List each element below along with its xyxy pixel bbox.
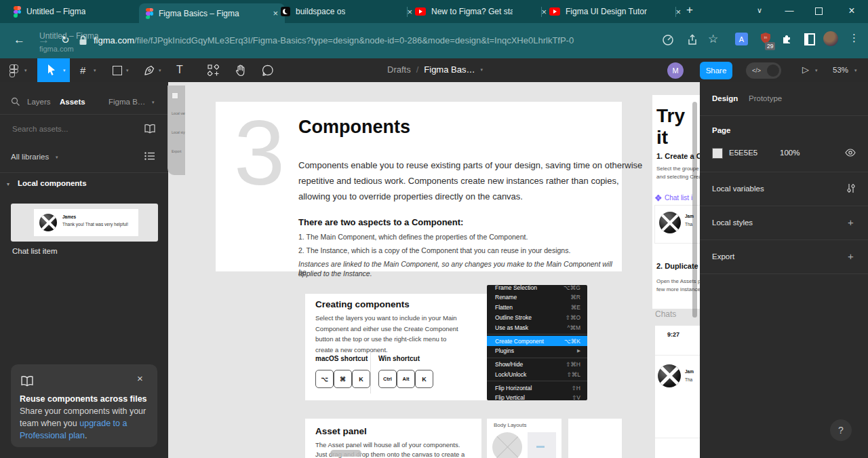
browser-tab-buildspace[interactable]: buildspace os × <box>274 0 419 23</box>
help-button[interactable]: ? <box>830 419 852 441</box>
share-icon[interactable] <box>686 34 698 46</box>
share-button[interactable]: Share <box>700 62 732 79</box>
menu-item-label: Lock/Unlock <box>495 371 526 378</box>
menu-item[interactable]: Outline Stroke⇧⌘O <box>487 313 587 323</box>
user-avatar[interactable]: M <box>667 62 684 79</box>
file-menu-chevron-icon[interactable]: ▾ <box>480 67 483 73</box>
tab-search-chevron-icon[interactable]: ∨ <box>746 6 773 15</box>
library-book-icon[interactable] <box>144 123 156 134</box>
frame-tool-icon[interactable]: # <box>80 64 85 76</box>
variables-sliders-icon[interactable] <box>846 183 856 193</box>
sidebar-extension-icon[interactable] <box>804 33 815 45</box>
creating-components-title: Creating components <box>315 299 410 309</box>
main-menu-chevron-icon[interactable]: ▾ <box>24 68 27 73</box>
pen-tool-chevron-icon[interactable]: ▾ <box>159 68 161 73</box>
search-icon[interactable] <box>11 97 20 107</box>
section-collapse-icon[interactable]: ▾ <box>7 181 9 187</box>
add-export-plus-icon[interactable]: + <box>848 250 854 262</box>
bookmark-star-icon[interactable]: ☆ <box>708 32 718 46</box>
browser-profile-avatar[interactable] <box>823 31 838 46</box>
browser-tab-ui-tutorial[interactable]: Figma UI Design Tutoria × <box>542 0 688 23</box>
tab-layers[interactable]: Layers <box>27 98 51 106</box>
close-icon[interactable]: × <box>137 373 143 384</box>
gauge-icon[interactable] <box>662 34 674 46</box>
page-selector[interactable]: Figma B… <box>108 98 145 106</box>
menu-item[interactable]: Flatten⌘E <box>487 303 587 313</box>
menu-item[interactable]: Rename⌘R <box>487 292 587 303</box>
tab-close-icon[interactable]: × <box>675 7 681 17</box>
present-play-icon[interactable]: ▷ <box>802 64 809 75</box>
text-tool-icon[interactable]: T <box>176 64 183 76</box>
menu-item[interactable]: Use as Mask^⌘M <box>487 322 587 332</box>
window-minimize-button[interactable]: — <box>776 5 803 16</box>
menu-item-label: Flip Horizontal <box>495 385 532 392</box>
page-color-opacity[interactable]: 100% <box>780 149 800 157</box>
canvas-card-body-layouts[interactable]: Body Layouts <box>487 419 561 458</box>
menu-item-shortcut: ⌥⌘K <box>564 338 580 345</box>
page-color-swatch[interactable] <box>712 148 723 159</box>
tab-design[interactable]: Design <box>712 94 738 102</box>
export-label[interactable]: Export <box>712 252 734 261</box>
actions-tool-icon[interactable] <box>208 64 219 76</box>
libraries-chevron-icon[interactable]: ▾ <box>56 155 58 160</box>
zoom-chevron-icon[interactable]: ▾ <box>854 68 857 73</box>
ghost-line: Local styles <box>172 130 185 134</box>
shape-tool-icon[interactable] <box>113 66 122 75</box>
canvas-frame-chats[interactable]: 9:27 Jam Tha <box>655 326 700 458</box>
keycap-k: K <box>352 370 370 388</box>
canvas-card-asset-panel[interactable]: Asset panel The Asset panel will house a… <box>305 419 481 458</box>
translate-extension-icon[interactable]: A <box>735 33 748 45</box>
browser-tab-untitled[interactable]: Untitled – Figma × <box>7 0 151 23</box>
window-restore-button[interactable] <box>815 7 823 15</box>
window-close-button[interactable]: × <box>838 5 865 17</box>
browser-tab-new-to-figma[interactable]: New to Figma? Get start × <box>408 0 553 23</box>
menu-item[interactable]: Flip Vertical⇧V <box>487 393 587 403</box>
browser-tab-figma-basics[interactable]: Figma Basics – Figma × <box>139 3 285 23</box>
menu-item[interactable]: Frame Selection⌥⌘G <box>487 282 587 292</box>
zoom-level[interactable]: 53% <box>833 66 848 74</box>
lock-icon[interactable] <box>79 35 87 45</box>
component-reference[interactable]: Chat list i <box>655 194 692 202</box>
canvas-page-components[interactable]: 3 Components Components enable you to re… <box>216 102 622 271</box>
list-view-icon[interactable] <box>144 151 156 161</box>
dev-mode-toggle[interactable]: </> <box>746 62 781 79</box>
page-color-hex[interactable]: E5E5E5 <box>729 149 757 157</box>
add-style-plus-icon[interactable]: + <box>848 216 854 228</box>
menu-item-create-component[interactable]: Create Component⌥⌘K <box>487 336 587 346</box>
menu-item[interactable]: Show/Hide⇧⌘H <box>487 360 587 370</box>
url-domain: figma.com <box>94 35 134 45</box>
tab-assets[interactable]: Assets <box>60 98 85 106</box>
search-assets-input[interactable] <box>11 124 115 134</box>
browser-menu-kebab-icon[interactable]: ⋮ <box>849 32 859 44</box>
pen-tool-icon[interactable] <box>144 64 155 76</box>
menu-item[interactable]: Lock/Unlock⇧⌘L <box>487 370 587 380</box>
extensions-puzzle-icon[interactable] <box>781 33 793 45</box>
breadcrumb-file-name[interactable]: Figma Bas… <box>424 64 475 75</box>
url-text[interactable]: figma.com/file/fJPgkInicdGqyMLe3Erq3I/Fi… <box>94 35 574 45</box>
component-name-label[interactable]: Chat list item <box>12 247 57 255</box>
breadcrumb-folder[interactable]: Drafts <box>387 64 411 75</box>
local-styles-label[interactable]: Local styles <box>712 218 753 227</box>
present-chevron-icon[interactable]: ▾ <box>815 68 818 73</box>
hand-tool-icon[interactable] <box>235 64 247 77</box>
tab-title: buildspace os <box>296 7 345 16</box>
comment-tool-icon[interactable] <box>262 64 274 77</box>
new-tab-button[interactable]: + <box>686 3 693 17</box>
chats-frame-label[interactable]: Chats <box>655 309 676 319</box>
back-icon[interactable]: ← <box>14 33 25 47</box>
canvas-scrollbar[interactable] <box>692 102 697 318</box>
move-tool-selected[interactable]: ▾ <box>37 58 70 82</box>
menu-separator <box>487 334 587 335</box>
local-variables-label[interactable]: Local variables <box>712 185 764 193</box>
local-components-section-title[interactable]: Local components <box>18 179 87 187</box>
menu-item-plugins[interactable]: Plugins▶ <box>487 346 587 356</box>
page-selector-chevron-icon[interactable]: ▾ <box>152 100 155 105</box>
tab-prototype[interactable]: Prototype <box>749 94 782 102</box>
shape-tool-chevron-icon[interactable]: ▾ <box>126 68 129 73</box>
component-thumbnail-card[interactable]: James Thank you! That was very helpful! <box>11 204 158 242</box>
frame-tool-chevron-icon[interactable]: ▾ <box>94 68 96 73</box>
visibility-eye-icon[interactable] <box>845 149 856 157</box>
libraries-filter[interactable]: All libraries <box>11 153 49 161</box>
move-tool-chevron-icon[interactable]: ▾ <box>63 68 66 73</box>
menu-item[interactable]: Flip Horizontal⇧H <box>487 383 587 393</box>
